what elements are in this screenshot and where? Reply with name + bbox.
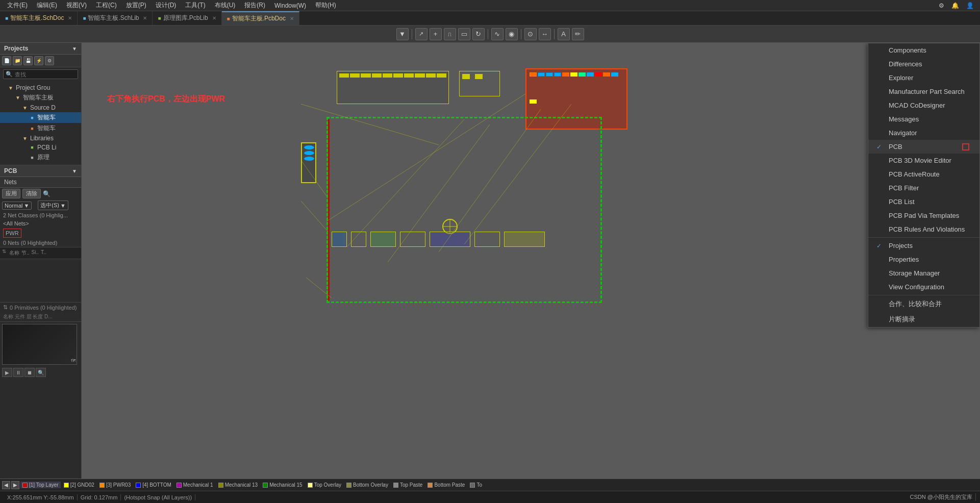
pwr-net-item[interactable]: PWR (3, 229, 21, 238)
pcb-panel-header[interactable]: PCB ▼ (0, 165, 81, 177)
tree-project-group[interactable]: ▼ Project Grou (0, 83, 81, 92)
via-btn[interactable]: ◉ (506, 28, 518, 40)
zoom-btn[interactable]: 🔍 (36, 368, 46, 377)
menu-item-place[interactable]: 放置(P) (122, 0, 150, 11)
cm-padvia[interactable]: PCB Pad Via Templates (868, 209, 979, 222)
tree-sch-active[interactable]: ■ 智能车 (0, 112, 81, 123)
tab-pcb-lib[interactable]: ■ 原理图库.PcbLib ✕ (153, 11, 221, 25)
tab-close-pcbdoc[interactable]: ✕ (290, 16, 294, 21)
arc-btn[interactable]: ↻ (472, 28, 485, 40)
cm-rules[interactable]: PCB Rules And Violations (868, 222, 979, 236)
settings-tree-btn[interactable]: ⚙ (45, 56, 54, 65)
tab-close-pcblib[interactable]: ✕ (212, 15, 216, 21)
search-input[interactable] (15, 71, 76, 78)
layer-to[interactable]: To (468, 482, 484, 488)
stop-btn[interactable]: ⏹ (24, 368, 35, 377)
cm-properties[interactable]: Properties (868, 253, 979, 266)
layer-top[interactable]: [1] Top Layer (20, 482, 61, 488)
tab-sch-lib[interactable]: ■ 智能车主板.SchLib ✕ (78, 11, 153, 25)
layer-mech15[interactable]: Mechanical 15 (261, 482, 304, 488)
new-file-btn[interactable]: 📄 (2, 56, 11, 65)
cm-mfg[interactable]: Manufacturer Part Search (868, 85, 979, 98)
nets-scrollbar[interactable] (77, 259, 81, 302)
cm-messages[interactable]: Messages (868, 112, 979, 126)
menu-item-route[interactable]: 布线(U) (211, 0, 240, 11)
cm-storage[interactable]: Storage Manager (868, 266, 979, 280)
tab-close-sch[interactable]: ✕ (68, 15, 72, 21)
filter-nets-icon[interactable]: 🔍 (43, 190, 51, 197)
layer-nav-right[interactable]: ▶ (11, 481, 19, 489)
tab-sch-doc[interactable]: ■ 智能车主板.SchDoc ✕ (0, 11, 78, 25)
settings-icon[interactable]: ⚙ (936, 2, 947, 9)
chart-btn[interactable]: ⎍ (444, 28, 456, 40)
sort-prim-icon[interactable]: ⇅ (3, 304, 8, 311)
clear-btn[interactable]: 清除 (22, 189, 41, 198)
cm-snippets[interactable]: 片断摘录 (868, 312, 979, 327)
rect-btn[interactable]: ▭ (458, 28, 470, 40)
cm-viewconfig[interactable]: View Configuration (868, 280, 979, 294)
tree-sch-lib[interactable]: ■ 原理 (0, 152, 81, 163)
menu-item-view[interactable]: 视图(V) (62, 0, 91, 11)
cm-explorer[interactable]: Explorer (868, 71, 979, 85)
layer-mech13[interactable]: Mechanical 13 (216, 482, 260, 488)
filter-btn[interactable]: ▼ (396, 28, 409, 40)
interactive-router-btn[interactable]: ↗ (415, 28, 428, 40)
normal-dropdown[interactable]: Normal ▼ (2, 202, 32, 210)
cm-mcad[interactable]: MCAD CoDesigner (868, 98, 979, 112)
layer-top-paste[interactable]: Top Paste (391, 482, 424, 488)
cm-projects[interactable]: ✓ Projects (868, 239, 979, 253)
layer-bot-paste[interactable]: Bottom Paste (425, 482, 467, 488)
all-nets-item[interactable]: <All Nets> (0, 219, 81, 228)
play-btn[interactable]: ▶ (2, 368, 12, 377)
sort-icon[interactable]: ⇅ (2, 248, 6, 258)
pause-btn[interactable]: ⏸ (13, 368, 23, 377)
select-dropdown[interactable]: 选中(S) ▼ (38, 200, 68, 210)
user-icon[interactable]: 👤 (963, 2, 977, 9)
layer-bot-overlay[interactable]: Bottom Overlay (344, 482, 390, 488)
menu-item-file[interactable]: 文件(E) (3, 0, 32, 11)
layer-bottom[interactable]: [4] BOTTOM (134, 482, 173, 488)
tree-source-d[interactable]: ▼ Source D (0, 103, 81, 112)
cm-collab[interactable]: 合作、比较和合并 (868, 296, 979, 312)
notification-icon[interactable]: 🔔 (948, 2, 962, 9)
cm-filter[interactable]: PCB Filter (868, 181, 979, 195)
menu-item-design[interactable]: 设计(D) (152, 0, 181, 11)
cm-list[interactable]: PCB List (868, 195, 979, 209)
add-btn[interactable]: + (430, 28, 442, 40)
apply-btn[interactable]: 应用 (2, 189, 20, 198)
tree-pcb-lib[interactable]: ■ PCB Li (0, 143, 81, 152)
tree-pcb[interactable]: ■ 智能车 (0, 123, 81, 134)
compile-btn[interactable]: ⚡ (34, 56, 43, 65)
tab-pcb-doc[interactable]: ■ 智能车主板.PcbDoc ✕ (222, 11, 299, 25)
cm-navigator[interactable]: Navigator (868, 126, 979, 140)
nets-dropdown[interactable]: Nets (4, 179, 17, 186)
save-btn[interactable]: 💾 (23, 56, 33, 65)
draw-btn[interactable]: ✏ (572, 28, 584, 40)
menu-item-project[interactable]: 工程(C) (92, 0, 121, 11)
menu-item-report[interactable]: 报告(R) (240, 0, 269, 11)
cm-pcb[interactable]: ✓ PCB (868, 140, 979, 154)
layer-gnd02[interactable]: [2] GND02 (62, 482, 96, 488)
tree-libraries[interactable]: ▼ Libraries (0, 134, 81, 143)
tab-close-schlib[interactable]: ✕ (143, 15, 147, 21)
search-box[interactable]: 🔍 (3, 69, 78, 79)
open-folder-btn[interactable]: 📁 (13, 56, 22, 65)
layer-pwr03[interactable]: [3] PWR03 (97, 482, 133, 488)
pad-btn[interactable]: ⊙ (524, 28, 537, 40)
measure-btn[interactable]: ↔ (539, 28, 551, 40)
menu-item-help[interactable]: 帮助(H) (311, 0, 340, 11)
cm-activeroute[interactable]: PCB ActiveRoute (868, 167, 979, 181)
cm-differences[interactable]: Differences (868, 57, 979, 71)
menu-item-edit[interactable]: 编辑(E) (33, 0, 61, 11)
layer-top-overlay[interactable]: Top Overlay (306, 482, 343, 488)
layer-nav-left[interactable]: ◀ (2, 481, 10, 489)
wave-btn[interactable]: ∿ (491, 28, 504, 40)
projects-panel-header[interactable]: Projects ▼ (0, 43, 81, 55)
menu-item-window[interactable]: Window(W) (270, 1, 310, 10)
text-btn[interactable]: A (558, 28, 570, 40)
layer-mech1[interactable]: Mechanical 1 (174, 482, 215, 488)
cm-pcb3d[interactable]: PCB 3D Movie Editor (868, 154, 979, 167)
cm-components[interactable]: Components (868, 43, 979, 57)
tree-smart-car[interactable]: ▼ 智能车主板 (0, 92, 81, 103)
menu-item-tools[interactable]: 工具(T) (181, 0, 209, 11)
